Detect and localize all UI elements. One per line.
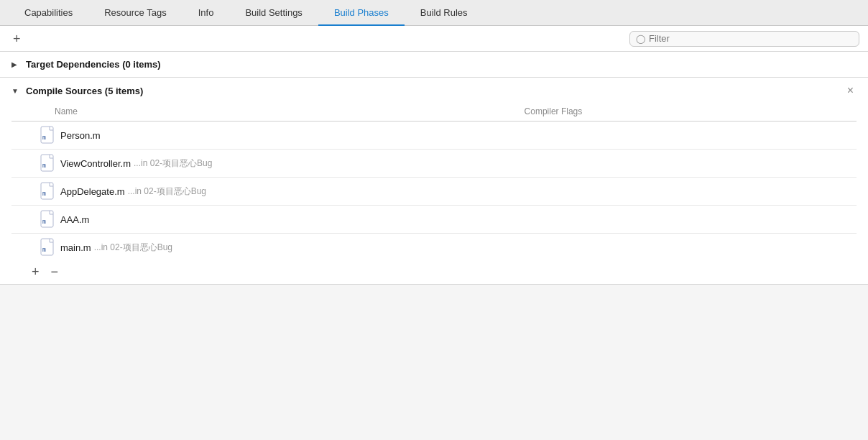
file-name-cell: m AppDelegate.m...in 02-项目恶心Bug: [11, 178, 519, 206]
toolbar: + ◯: [0, 26, 868, 52]
content: ▶Target Dependencies (0 items)▼Compile S…: [0, 52, 868, 285]
file-flags-cell: [519, 206, 857, 234]
add-button[interactable]: +: [9, 31, 25, 47]
section-header-compile-sources[interactable]: ▼Compile Sources (5 items)×: [0, 78, 868, 104]
section-arrow-target-dependencies: ▶: [11, 60, 20, 68]
file-name-label: AAA.m: [60, 214, 89, 225]
table-row[interactable]: m AppDelegate.m...in 02-项目恶心Bug: [11, 178, 857, 206]
add-file-button[interactable]: +: [29, 265, 42, 278]
section-header-target-dependencies[interactable]: ▶Target Dependencies (0 items): [0, 52, 868, 77]
table-row[interactable]: m main.m...in 02-项目恶心Bug: [11, 234, 857, 262]
file-icon: m: [40, 238, 56, 257]
file-path-label: ...in 02-项目恶心Bug: [128, 185, 206, 198]
tab-capabilities[interactable]: Capabilities: [9, 0, 88, 26]
table-row[interactable]: m AAA.m: [11, 206, 857, 234]
file-name-cell: m ViewController.m...in 02-项目恶心Bug: [11, 150, 519, 178]
tab-bar: CapabilitiesResource TagsInfoBuild Setti…: [0, 0, 868, 26]
section-compile-sources: ▼Compile Sources (5 items)×NameCompiler …: [0, 78, 868, 285]
tab-resource-tags[interactable]: Resource Tags: [88, 0, 182, 26]
section-target-dependencies: ▶Target Dependencies (0 items): [0, 52, 868, 78]
remove-file-button[interactable]: −: [48, 265, 62, 278]
svg-text:m: m: [42, 191, 46, 197]
filter-input[interactable]: [649, 33, 853, 44]
table-row[interactable]: m ViewController.m...in 02-项目恶心Bug: [11, 150, 857, 178]
file-name-label: ViewController.m: [60, 158, 131, 169]
file-icon: m: [40, 126, 56, 145]
tab-build-rules[interactable]: Build Rules: [405, 0, 484, 26]
file-name-cell: m main.m...in 02-项目恶心Bug: [11, 234, 519, 262]
file-name-label: main.m: [60, 242, 91, 253]
svg-text:m: m: [42, 162, 46, 169]
file-path-label: ...in 02-项目恶心Bug: [94, 242, 172, 254]
file-icon: m: [40, 182, 56, 201]
file-icon: m: [40, 154, 56, 173]
file-name-cell: m AAA.m: [11, 206, 519, 234]
svg-text:m: m: [42, 134, 46, 141]
col-header-flags: Compiler Flags: [519, 104, 857, 122]
file-icon: m: [40, 210, 56, 229]
svg-text:m: m: [42, 247, 46, 253]
file-flags-cell: [519, 122, 857, 150]
section-title-compile-sources: Compile Sources (5 items): [26, 86, 143, 96]
file-flags-cell: [519, 178, 857, 206]
table-container-compile-sources: NameCompiler Flags m Person.m m ViewCont…: [0, 104, 868, 261]
table-row[interactable]: m Person.m: [11, 122, 857, 150]
table-actions-compile-sources: +−: [0, 261, 868, 284]
section-close-compile-sources[interactable]: ×: [844, 85, 857, 96]
tab-build-phases[interactable]: Build Phases: [318, 0, 405, 26]
section-title-target-dependencies: Target Dependencies (0 items): [26, 59, 161, 70]
file-flags-cell: [519, 234, 857, 262]
tab-info[interactable]: Info: [183, 0, 230, 26]
file-name-cell: m Person.m: [11, 122, 519, 150]
col-header-name: Name: [11, 104, 519, 122]
file-path-label: ...in 02-项目恶心Bug: [134, 157, 212, 170]
svg-text:m: m: [42, 219, 46, 225]
file-name-label: AppDelegate.m: [60, 186, 125, 197]
file-name-label: Person.m: [60, 130, 101, 141]
filter-input-wrap: ◯: [629, 31, 859, 47]
section-arrow-compile-sources: ▼: [11, 87, 20, 95]
file-flags-cell: [519, 150, 857, 178]
file-table-compile-sources: NameCompiler Flags m Person.m m ViewCont…: [11, 104, 857, 261]
filter-icon: ◯: [636, 34, 645, 44]
tab-build-settings[interactable]: Build Settings: [229, 0, 318, 26]
